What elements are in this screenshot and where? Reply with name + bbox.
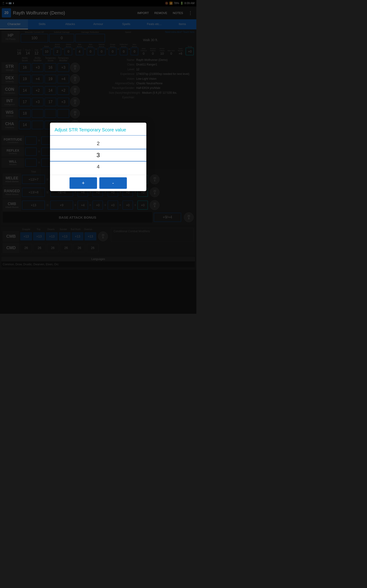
modal-picker-item-3-selected[interactable]: 3 [50, 149, 146, 162]
modal-divider-top [50, 135, 146, 136]
modal-overlay[interactable]: Adjust STR Temporary Score value 2 3 4 +… [0, 0, 196, 314]
adjust-str-dialog: Adjust STR Temporary Score value 2 3 4 +… [50, 123, 146, 191]
modal-actions: + - [50, 175, 146, 191]
modal-picker: 2 3 4 [50, 137, 146, 174]
modal-title: Adjust STR Temporary Score value [50, 123, 146, 135]
modal-minus-button[interactable]: - [99, 177, 127, 189]
modal-picker-item-2[interactable]: 2 [50, 138, 146, 149]
modal-picker-item-4[interactable]: 4 [50, 162, 146, 172]
modal-plus-button[interactable]: + [69, 177, 97, 189]
